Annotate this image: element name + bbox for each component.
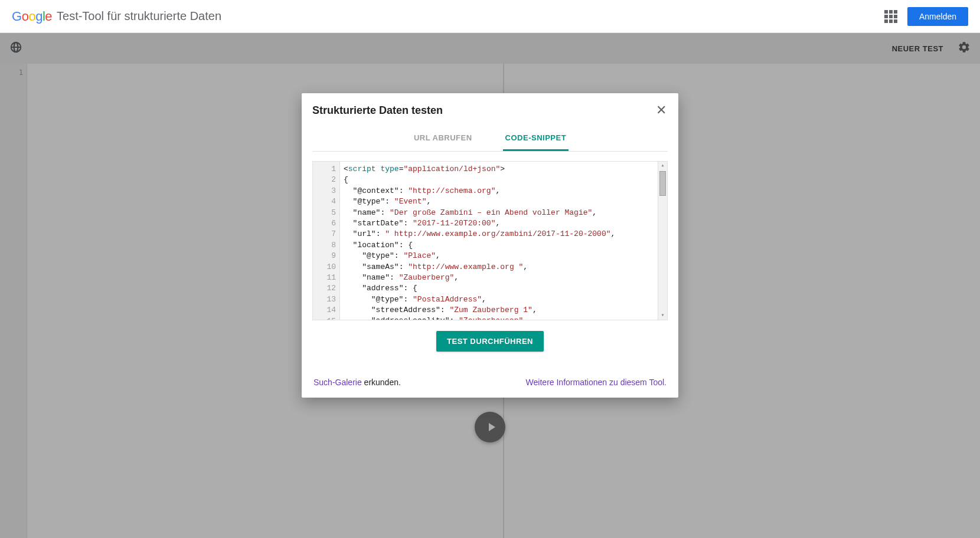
signin-button[interactable]: Anmelden xyxy=(907,7,968,26)
line-number: 7 xyxy=(313,229,336,240)
app-header: Google Test-Tool für strukturierte Daten… xyxy=(0,0,980,33)
code-line[interactable]: "url": " http://www.example.org/zambini/… xyxy=(344,229,654,240)
close-icon[interactable]: ✕ xyxy=(656,104,667,117)
code-line[interactable]: "@type": "Event", xyxy=(344,196,654,207)
tab-code-snippet[interactable]: CODE-SNIPPET xyxy=(503,126,569,151)
footer-left: Such-Galerie erkunden. xyxy=(313,378,401,387)
logo-letter: G xyxy=(12,9,22,24)
dialog-footer: Such-Galerie erkunden. Weitere Informati… xyxy=(302,359,678,398)
test-dialog: Strukturierte Daten testen ✕ URL ABRUFEN… xyxy=(302,93,678,398)
code-line[interactable]: <script type="application/ld+json"> xyxy=(344,164,654,175)
code-editor[interactable]: 12345678910111213141516 <script type="ap… xyxy=(312,161,668,320)
code-line[interactable]: "sameAs": "http://www.example.org ", xyxy=(344,262,654,273)
code-line[interactable]: "startDate": "2017-11-20T20:00", xyxy=(344,218,654,229)
line-number: 3 xyxy=(313,186,336,196)
line-number: 13 xyxy=(313,294,336,305)
code-line[interactable]: { xyxy=(344,175,654,185)
code-line[interactable]: "@context": "http://schema.org", xyxy=(344,186,654,196)
code-line[interactable]: "name": "Zauberberg", xyxy=(344,273,654,283)
logo-letter: e xyxy=(45,9,52,24)
dialog-tabs: URL ABRUFEN CODE-SNIPPET xyxy=(312,126,668,152)
header-right: Anmelden xyxy=(884,7,968,26)
logo-letter: o xyxy=(22,9,29,24)
line-number: 1 xyxy=(313,164,336,175)
google-logo[interactable]: Google xyxy=(12,9,52,24)
line-number: 6 xyxy=(313,218,336,229)
page-title: Test-Tool für strukturierte Daten xyxy=(57,9,221,23)
code-line[interactable]: "addressLocality": "Zauberhausen", xyxy=(344,316,654,320)
line-number: 5 xyxy=(313,208,336,218)
tab-fetch-url[interactable]: URL ABRUFEN xyxy=(411,126,475,151)
code-line[interactable]: "streetAddress": "Zum Zauberberg 1", xyxy=(344,305,654,316)
code-gutter: 12345678910111213141516 xyxy=(313,162,340,320)
code-line[interactable]: "name": "Der große Zambini – ein Abend v… xyxy=(344,208,654,218)
dialog-title: Strukturierte Daten testen xyxy=(312,104,443,117)
header-left: Google Test-Tool für strukturierte Daten xyxy=(12,9,221,24)
code-line[interactable]: "@type": "PostalAddress", xyxy=(344,294,654,305)
code-line[interactable]: "@type": "Place", xyxy=(344,251,654,261)
line-number: 11 xyxy=(313,273,336,283)
footer-left-text: erkunden. xyxy=(362,378,401,387)
run-row: TEST DURCHFÜHREN xyxy=(302,320,678,359)
code-line[interactable]: "location": { xyxy=(344,240,654,251)
search-gallery-link[interactable]: Such-Galerie xyxy=(313,378,362,387)
line-number: 9 xyxy=(313,251,336,261)
code-scrollbar[interactable]: ▴ ▾ xyxy=(658,162,667,320)
line-number: 15 xyxy=(313,316,336,320)
dialog-header: Strukturierte Daten testen ✕ xyxy=(302,93,678,122)
code-lines[interactable]: <script type="application/ld+json">{ "@c… xyxy=(340,162,658,320)
line-number: 2 xyxy=(313,175,336,185)
apps-icon[interactable] xyxy=(884,9,898,24)
logo-letter: o xyxy=(28,9,35,24)
line-number: 12 xyxy=(313,283,336,294)
more-info-link[interactable]: Weitere Informationen zu diesem Tool. xyxy=(526,378,667,387)
line-number: 4 xyxy=(313,196,336,207)
scroll-up-icon[interactable]: ▴ xyxy=(658,162,667,170)
scroll-thumb[interactable] xyxy=(659,171,666,196)
line-number: 8 xyxy=(313,240,336,251)
run-test-button[interactable]: TEST DURCHFÜHREN xyxy=(436,331,544,352)
code-line[interactable]: "address": { xyxy=(344,283,654,294)
line-number: 10 xyxy=(313,262,336,273)
scroll-down-icon[interactable]: ▾ xyxy=(658,311,667,320)
logo-letter: g xyxy=(35,9,43,24)
line-number: 14 xyxy=(313,305,336,316)
